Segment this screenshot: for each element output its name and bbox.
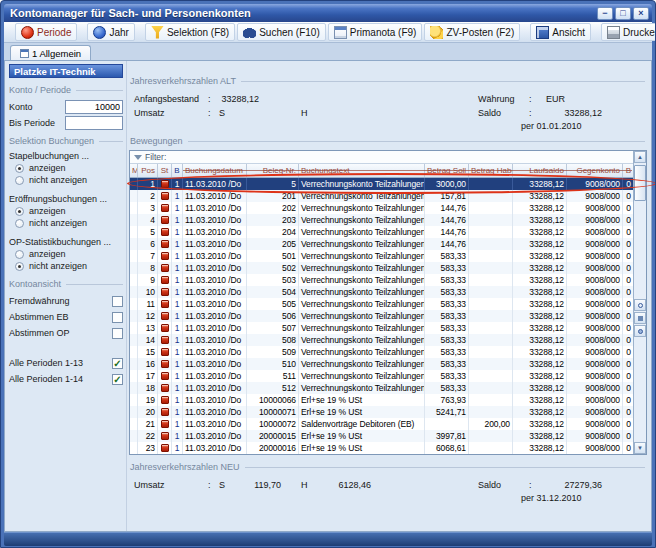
checkbox-row[interactable]: Fremdwährung	[9, 293, 123, 309]
checkbox-icon[interactable]: ✓	[112, 374, 123, 385]
grid-row[interactable]: 20111.03.2010 /Do10000071Erl+se 19 % USt…	[130, 406, 634, 418]
primanota-label: Primanota (F9)	[350, 27, 417, 38]
titlebar[interactable]: Kontomanager für Sach- und Personenkonte…	[4, 4, 652, 22]
close-button[interactable]: ×	[633, 7, 649, 20]
cell-haben	[469, 226, 513, 238]
grid-row[interactable]: 7111.03.2010 /Do501Verrechnungskonto Tei…	[130, 250, 634, 262]
minimize-button[interactable]: −	[597, 7, 613, 20]
primanota-button[interactable]: Primanota (F9)	[328, 23, 423, 41]
grid-row[interactable]: 2111.03.2010 /Do201Verrechnungskonto Tei…	[130, 190, 634, 202]
radio-option[interactable]: anzeigen	[9, 248, 123, 260]
cell-haben	[469, 394, 513, 406]
cell-m	[130, 262, 138, 274]
radio-option-label: anzeigen	[29, 206, 66, 216]
cell-b: 1	[172, 238, 183, 250]
radio-icon[interactable]	[15, 176, 24, 185]
column-header[interactable]: Pos	[138, 164, 158, 177]
checkbox-icon[interactable]	[112, 328, 123, 339]
scroll-down-button[interactable]: ▼	[634, 442, 646, 454]
grid-row[interactable]: 10111.03.2010 /Do504Verrechnungskonto Te…	[130, 286, 634, 298]
checkbox-icon[interactable]	[112, 312, 123, 323]
cell-datum: 11.03.2010 /Do	[183, 346, 247, 358]
checkbox-label: Abstimmen EB	[9, 312, 69, 322]
cell-m	[130, 178, 138, 190]
grid-row[interactable]: 4111.03.2010 /Do203Verrechnungskonto Tei…	[130, 214, 634, 226]
cell-stapel	[158, 226, 172, 238]
radio-icon[interactable]	[15, 262, 24, 271]
radio-icon[interactable]	[15, 164, 24, 173]
grid-row[interactable]: 5111.03.2010 /Do204Verrechnungskonto Tei…	[130, 226, 634, 238]
column-header[interactable]: B	[172, 164, 183, 177]
grid-row[interactable]: 6111.03.2010 /Do205Verrechnungskonto Tei…	[130, 238, 634, 250]
selektion-button[interactable]: Selektion (F8)	[145, 23, 235, 41]
cell-stapel	[158, 358, 172, 370]
grid-row[interactable]: 8111.03.2010 /Do502Verrechnungskonto Tei…	[130, 262, 634, 274]
radio-option[interactable]: nicht anzeigen	[9, 260, 123, 272]
grid-row[interactable]: 19111.03.2010 /Do10000066Erl+se 19 % USt…	[130, 394, 634, 406]
suchen-button[interactable]: Suchen (F10)	[237, 23, 326, 41]
grid-row[interactable]: 17111.03.2010 /Do511Verrechnungskonto Te…	[130, 370, 634, 382]
column-header[interactable]: St	[158, 164, 172, 177]
cell-datum: 11.03.2010 /Do	[183, 310, 247, 322]
main-panel: Jahresverkehrszahlen ALT Anfangsbestand …	[126, 61, 650, 531]
cell-pos: 14	[138, 334, 158, 346]
cell-b: 1	[172, 190, 183, 202]
grid-row[interactable]: 23111.03.2010 /Do20000016Erl+se 19 % USt…	[130, 442, 634, 454]
stapel-icon	[161, 204, 169, 212]
maximize-button[interactable]: □	[615, 7, 631, 20]
radio-icon[interactable]	[15, 219, 24, 228]
radio-icon[interactable]	[15, 207, 24, 216]
bis-periode-input[interactable]	[65, 116, 123, 130]
scroll-up-button[interactable]: ▲	[634, 151, 646, 163]
tab-label: 1 Allgemein	[32, 48, 81, 59]
form-icon	[20, 49, 29, 58]
cell-soll: 583,33	[425, 274, 469, 286]
checkbox-row[interactable]: Abstimmen EB	[9, 309, 123, 325]
grid-body: 1111.03.2010 /Do5Verrechnungskonto Teilz…	[130, 178, 634, 454]
radio-option[interactable]: nicht anzeigen	[9, 174, 123, 186]
radio-option[interactable]: anzeigen	[9, 162, 123, 174]
ansicht-button[interactable]: Ansicht	[530, 23, 591, 41]
checkbox-icon[interactable]: ✓	[112, 358, 123, 369]
grid-filter-row[interactable]: Filter:	[130, 151, 634, 164]
grid-row[interactable]: 16111.03.2010 /Do510Verrechnungskonto Te…	[130, 358, 634, 370]
konto-input[interactable]	[65, 100, 123, 114]
zv-posten-button[interactable]: ZV-Posten (F2)	[424, 23, 520, 41]
periode-button[interactable]: Periode	[15, 23, 77, 41]
cell-lauf: 33288,12	[513, 202, 567, 214]
scroll-tool-button-2[interactable]	[634, 312, 646, 324]
tab-allgemein[interactable]: 1 Allgemein	[10, 45, 91, 61]
grid-row[interactable]: 22111.03.2010 /Do20000015Erl+se 19 % USt…	[130, 430, 634, 442]
checkbox-label: Alle Perioden 1-14	[9, 374, 83, 384]
vertical-scrollbar[interactable]: ▲ ▼	[633, 151, 646, 454]
grid-row[interactable]: 21111.03.2010 /Do10000072Saldenvorträge …	[130, 418, 634, 430]
cell-pos: 21	[138, 418, 158, 430]
checkbox-row[interactable]: Alle Perioden 1-14✓	[9, 371, 123, 387]
radio-icon[interactable]	[15, 250, 24, 259]
scroll-tool-button-1[interactable]	[634, 299, 646, 311]
jahr-button[interactable]: Jahr	[87, 23, 134, 41]
column-header[interactable]: M	[130, 164, 138, 177]
checkbox-row[interactable]: Abstimmen OP	[9, 325, 123, 341]
checkbox-icon[interactable]	[112, 296, 123, 307]
grid-row[interactable]: 1111.03.2010 /Do5Verrechnungskonto Teilz…	[130, 178, 634, 190]
radio-group-label: Stapelbuchungen ...	[9, 150, 123, 162]
grid-row[interactable]: 18111.03.2010 /Do512Verrechnungskonto Te…	[130, 382, 634, 394]
scrollbar-thumb[interactable]	[634, 165, 646, 201]
checkbox-row[interactable]: Alle Perioden 1-13✓	[9, 355, 123, 371]
grid-row[interactable]: 3111.03.2010 /Do202Verrechnungskonto Tei…	[130, 202, 634, 214]
grid-row[interactable]: 15111.03.2010 /Do509Verrechnungskonto Te…	[130, 346, 634, 358]
stapel-icon	[161, 324, 169, 332]
cell-text: Verrechnungskonto Teilzahlungen	[299, 178, 425, 190]
grid-row[interactable]: 11111.03.2010 /Do505Verrechnungskonto Te…	[130, 298, 634, 310]
grid-row[interactable]: 9111.03.2010 /Do503Verrechnungskonto Tei…	[130, 274, 634, 286]
grid-row[interactable]: 14111.03.2010 /Do508Verrechnungskonto Te…	[130, 334, 634, 346]
drucken-button[interactable]: Drucken	[601, 23, 656, 41]
cell-pos: 11	[138, 298, 158, 310]
funnel-icon	[151, 26, 164, 39]
scroll-tool-button-3[interactable]	[634, 325, 646, 337]
radio-option[interactable]: anzeigen	[9, 205, 123, 217]
radio-option[interactable]: nicht anzeigen	[9, 217, 123, 229]
grid-row[interactable]: 13111.03.2010 /Do507Verrechnungskonto Te…	[130, 322, 634, 334]
grid-row[interactable]: 12111.03.2010 /Do506Verrechnungskonto Te…	[130, 310, 634, 322]
